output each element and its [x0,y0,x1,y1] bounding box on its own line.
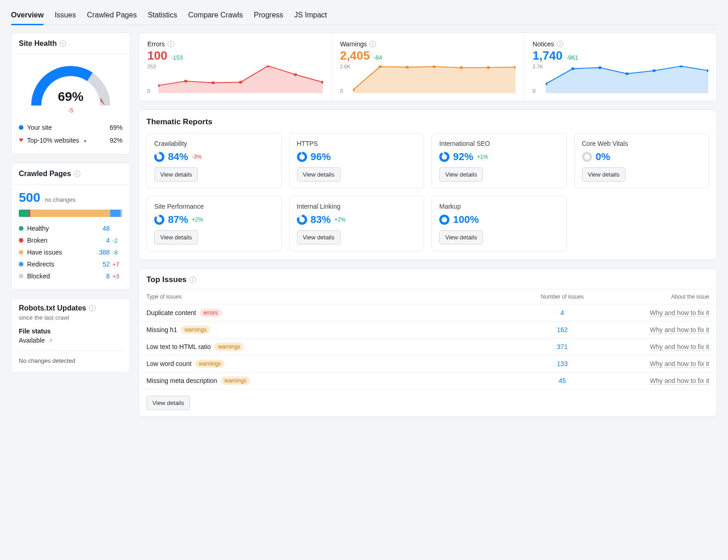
why-fix-link[interactable]: Why and how to fix it [650,377,709,385]
info-icon[interactable]: i [370,41,376,47]
why-fix-link[interactable]: Why and how to fix it [650,309,709,317]
top-issue-row: Low word countwarnings133Why and how to … [139,355,717,372]
dot-icon [19,262,23,266]
file-status-title: File status [19,327,123,335]
robots-subtitle: since the last crawl [19,314,123,321]
crawled-row-delta: +7 [110,261,123,268]
tab-progress[interactable]: Progress [254,7,283,25]
file-status-link[interactable]: Available ↗ [19,337,123,344]
issue-count[interactable]: 162 [557,326,567,333]
legend-your-site: Your site 69% [19,121,123,134]
donut-icon [154,215,164,225]
issue-count[interactable]: 371 [557,343,567,350]
robots-card: Robots.txt Updates i since the last craw… [11,298,130,373]
issue-badge: warnings [221,377,250,385]
site-health-gauge: 69% [27,62,114,108]
notices-panel[interactable]: Noticesi1,740-9612.7K0 [524,33,717,101]
info-icon[interactable]: i [557,41,563,47]
issue-badge: warnings [195,360,224,368]
issue-badge: warnings [214,343,244,351]
dot-icon [19,250,23,255]
tab-js-impact[interactable]: JS Impact [294,7,327,25]
issue-name[interactable]: Low word count [146,360,191,367]
notices-value: 1,740 [532,49,562,63]
thematic-card-title: International SEO [439,140,559,147]
thematic-card: Site Performance87%+2%View details [146,196,282,251]
warnings-panel[interactable]: Warningsi2,405-842.6K0 [332,33,525,101]
crawled-stackbar [19,210,123,217]
thematic-card-pct: 83% [311,214,331,226]
notices-title: Notices [532,40,554,48]
thematic-card: Markup100%View details [431,196,567,251]
thematic-card-pct: 87% [168,214,188,226]
view-details-button[interactable]: View details [439,167,483,182]
crawled-row[interactable]: Healthy48 [19,222,123,234]
top-issue-row: Missing meta descriptionwarnings45Why an… [139,372,717,389]
crawled-row[interactable]: Blocked8+3 [19,270,123,282]
thematic-card: International SEO92%+1%View details [431,133,567,189]
errors-title: Errors [147,40,165,48]
warnings-value: 2,405 [340,49,370,63]
view-details-button[interactable]: View details [582,167,626,182]
crawled-row-value: 8 [90,272,110,280]
errors-panel[interactable]: Errorsi100-1532530 [139,33,332,101]
thematic-card-title: Core Web Vitals [582,140,702,147]
crawled-row[interactable]: Redirects52+7 [19,258,123,270]
issue-name[interactable]: Missing meta description [146,377,217,384]
site-health-title: Site Health [19,39,57,48]
main-tabs: OverviewIssuesCrawled PagesStatisticsCom… [11,7,717,25]
info-icon[interactable]: i [74,171,80,177]
issue-badge: warnings [181,326,210,334]
thematic-card-pct: 96% [311,151,331,163]
svg-point-19 [652,69,655,72]
tab-compare-crawls[interactable]: Compare Crawls [188,7,243,25]
thematic-card-pct: 100% [453,214,479,226]
issue-badge: errors [200,309,221,317]
info-icon[interactable]: i [190,277,196,283]
errors-sparkline [158,63,323,94]
issue-name[interactable]: Low text to HTML ratio [146,343,211,350]
thematic-card-title: Internal Linking [297,203,417,210]
issue-count[interactable]: 45 [559,377,566,384]
svg-point-17 [598,66,601,69]
thematic-reports-card: Thematic Reports Crawlability84%-3%View … [139,110,717,260]
crawled-total[interactable]: 500 [19,190,40,205]
info-icon[interactable]: i [89,305,95,311]
svg-point-3 [212,81,215,84]
crawled-row[interactable]: Broken4-2 [19,234,123,246]
tab-statistics[interactable]: Statistics [148,7,177,25]
triangle-icon [19,139,23,142]
tab-overview[interactable]: Overview [11,7,44,25]
donut-icon [582,152,592,162]
issue-count[interactable]: 133 [557,360,567,367]
thematic-card-pct: 92% [453,151,473,163]
why-fix-link[interactable]: Why and how to fix it [650,326,709,334]
info-icon[interactable]: i [60,40,66,47]
dot-icon [19,274,23,278]
view-details-button[interactable]: View details [297,230,341,244]
view-details-button[interactable]: View details [439,230,483,244]
svg-point-2 [184,80,187,83]
donut-icon [154,152,164,162]
info-icon[interactable]: i [168,41,174,47]
notices-delta: -961 [566,54,578,61]
view-details-button[interactable]: View details [154,230,198,244]
errors-delta: -153 [171,54,183,61]
view-details-button[interactable]: View details [297,167,341,182]
tab-issues[interactable]: Issues [55,7,76,25]
tab-crawled-pages[interactable]: Crawled Pages [87,7,137,25]
crawled-row-label: Broken [27,237,90,244]
crawled-row[interactable]: Have issues388-8 [19,246,123,258]
issue-name[interactable]: Missing h1 [146,326,177,333]
issue-name[interactable]: Duplicate content [146,309,196,316]
svg-point-4 [239,81,242,83]
why-fix-link[interactable]: Why and how to fix it [650,343,709,351]
legend-top10[interactable]: Top-10% websites ▾ 92% [19,134,123,147]
top-issues-view-details-button[interactable]: View details [146,396,190,410]
issue-count[interactable]: 4 [560,309,564,316]
thematic-card-title: Crawlability [154,140,274,147]
external-link-icon: ↗ [48,338,53,344]
why-fix-link[interactable]: Why and how to fix it [650,360,709,368]
view-details-button[interactable]: View details [154,167,198,182]
svg-point-13 [487,66,490,69]
